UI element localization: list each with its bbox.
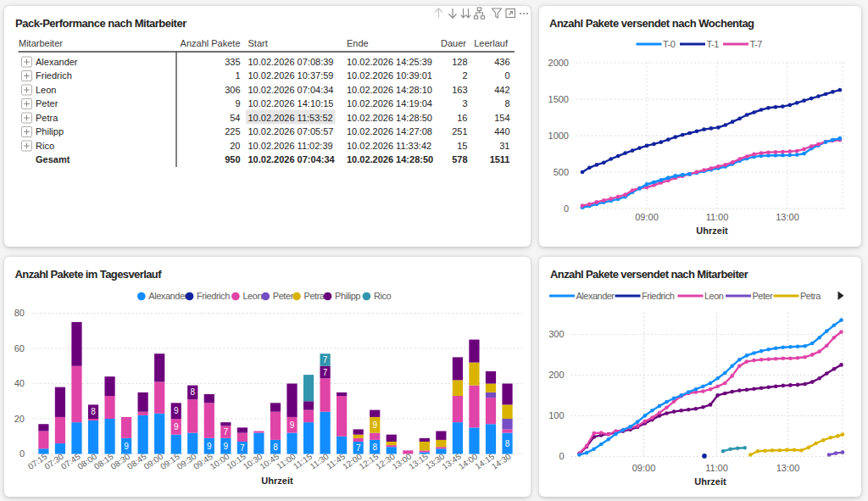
svg-text:8: 8 xyxy=(505,439,510,448)
svg-text:Friedrich: Friedrich xyxy=(197,291,230,301)
svg-text:Mitarbeiter: Mitarbeiter xyxy=(19,38,63,48)
svg-text:11:00: 11:00 xyxy=(706,212,729,222)
svg-text:2: 2 xyxy=(462,70,467,81)
svg-text:306: 306 xyxy=(225,85,240,95)
svg-text:Peter: Peter xyxy=(273,291,294,301)
svg-text:0: 0 xyxy=(564,203,569,214)
svg-text:Anzahl Pakete im Tagesverlauf: Anzahl Pakete im Tagesverlauf xyxy=(15,268,163,281)
svg-text:440: 440 xyxy=(494,126,509,136)
svg-text:10.02.2026 11:02:39: 10.02.2026 11:02:39 xyxy=(248,141,333,151)
svg-text:3: 3 xyxy=(462,98,467,109)
svg-text:Uhrzeit: Uhrzeit xyxy=(694,476,726,487)
svg-text:Alexander: Alexander xyxy=(36,57,78,67)
svg-text:10.02.2026 07:04:34: 10.02.2026 07:04:34 xyxy=(248,154,336,164)
svg-text:Philipp: Philipp xyxy=(36,126,64,136)
svg-text:8: 8 xyxy=(273,443,278,452)
svg-text:8: 8 xyxy=(91,407,96,416)
svg-text:10.02.2026 07:04:34: 10.02.2026 07:04:34 xyxy=(248,85,334,95)
svg-text:163: 163 xyxy=(452,85,467,95)
svg-text:Petra: Petra xyxy=(304,291,326,301)
svg-text:Alexander: Alexander xyxy=(148,291,187,301)
svg-text:T-0: T-0 xyxy=(663,39,676,49)
svg-text:1: 1 xyxy=(235,70,240,81)
svg-text:9: 9 xyxy=(207,442,212,451)
svg-text:10.02.2026 10:37:59: 10.02.2026 10:37:59 xyxy=(248,70,334,81)
svg-text:Leon: Leon xyxy=(242,291,262,301)
svg-text:7: 7 xyxy=(323,355,328,365)
svg-text:60: 60 xyxy=(14,343,25,353)
svg-text:442: 442 xyxy=(494,85,509,95)
svg-text:8: 8 xyxy=(504,98,509,109)
svg-text:8: 8 xyxy=(191,387,196,397)
svg-text:Petra: Petra xyxy=(800,291,821,301)
svg-text:Ende: Ende xyxy=(347,38,369,48)
svg-text:Uhrzeit: Uhrzeit xyxy=(696,225,728,236)
svg-text:7: 7 xyxy=(224,427,229,437)
svg-text:10.02.2026 14:25:39: 10.02.2026 14:25:39 xyxy=(347,57,432,67)
svg-text:2000: 2000 xyxy=(548,58,569,68)
svg-text:225: 225 xyxy=(225,126,240,136)
svg-text:20: 20 xyxy=(230,141,240,151)
svg-text:Peter: Peter xyxy=(753,291,774,301)
svg-text:335: 335 xyxy=(225,57,240,67)
svg-text:10.02.2026 14:19:04: 10.02.2026 14:19:04 xyxy=(347,98,432,109)
svg-text:9: 9 xyxy=(290,420,295,430)
svg-text:10.02.2026 07:05:57: 10.02.2026 07:05:57 xyxy=(248,126,334,136)
svg-text:9: 9 xyxy=(174,422,179,431)
svg-text:Peter: Peter xyxy=(36,98,58,109)
svg-text:500: 500 xyxy=(554,167,569,177)
svg-text:10.02.2026 14:28:50: 10.02.2026 14:28:50 xyxy=(347,154,433,164)
svg-text:300: 300 xyxy=(548,329,564,339)
svg-text:54: 54 xyxy=(230,113,240,123)
svg-text:7: 7 xyxy=(356,443,361,453)
svg-text:Philipp: Philipp xyxy=(335,291,360,301)
svg-text:Leon: Leon xyxy=(36,85,56,95)
svg-text:Anzahl Pakete: Anzahl Pakete xyxy=(181,38,241,48)
svg-text:15: 15 xyxy=(457,141,467,151)
svg-text:Uhrzeit: Uhrzeit xyxy=(261,476,293,486)
svg-text:436: 436 xyxy=(494,57,509,67)
svg-text:10.02.2026 14:28:50: 10.02.2026 14:28:50 xyxy=(347,113,432,123)
svg-text:9: 9 xyxy=(372,420,377,430)
svg-text:950: 950 xyxy=(225,154,240,164)
svg-text:154: 154 xyxy=(494,113,509,123)
svg-text:10.02.2026 14:27:08: 10.02.2026 14:27:08 xyxy=(347,126,432,136)
svg-text:16: 16 xyxy=(457,113,467,123)
svg-text:100: 100 xyxy=(548,410,564,420)
svg-text:20: 20 xyxy=(14,414,25,424)
svg-text:8: 8 xyxy=(372,443,377,452)
svg-text:128: 128 xyxy=(452,57,467,67)
svg-text:Petra: Petra xyxy=(36,113,58,123)
svg-text:200: 200 xyxy=(548,370,564,380)
svg-text:31: 31 xyxy=(499,141,509,151)
svg-text:Anzahl Pakete versendet nach W: Anzahl Pakete versendet nach Wochentag xyxy=(549,17,754,30)
svg-text:13:00: 13:00 xyxy=(776,463,800,473)
svg-text:Alexander: Alexander xyxy=(576,291,615,301)
svg-text:10.02.2026 11:53:52: 10.02.2026 11:53:52 xyxy=(248,113,333,123)
svg-text:Rico: Rico xyxy=(374,291,392,301)
svg-text:Anzahl Pakete versendet nach M: Anzahl Pakete versendet nach Mitarbeiter xyxy=(550,268,748,281)
svg-text:10.02.2026 11:33:42: 10.02.2026 11:33:42 xyxy=(347,141,431,151)
svg-text:Gesamt: Gesamt xyxy=(36,154,70,164)
svg-text:Start: Start xyxy=(248,38,268,48)
svg-text:7: 7 xyxy=(323,368,328,377)
svg-text:251: 251 xyxy=(452,126,467,136)
svg-text:1500: 1500 xyxy=(548,94,569,104)
svg-text:Friedrich: Friedrich xyxy=(642,291,675,301)
svg-text:7: 7 xyxy=(240,443,245,453)
svg-text:578: 578 xyxy=(452,154,467,164)
svg-text:Friedrich: Friedrich xyxy=(36,70,72,81)
svg-text:80: 80 xyxy=(14,308,25,318)
svg-text:0: 0 xyxy=(19,448,25,459)
svg-text:11:00: 11:00 xyxy=(705,463,728,473)
svg-text:T-1: T-1 xyxy=(707,39,720,49)
svg-text:1511: 1511 xyxy=(490,154,510,164)
svg-text:Dauer: Dauer xyxy=(441,38,466,48)
svg-text:9: 9 xyxy=(235,98,240,109)
svg-text:13:00: 13:00 xyxy=(776,212,799,222)
svg-text:10.02.2026 14:28:10: 10.02.2026 14:28:10 xyxy=(347,85,432,95)
svg-text:Pack-Performance nach Mitarbei: Pack-Performance nach Mitarbeiter xyxy=(15,17,186,30)
svg-text:9: 9 xyxy=(224,442,229,451)
svg-text:Leon: Leon xyxy=(704,291,724,301)
svg-text:1000: 1000 xyxy=(548,131,569,141)
